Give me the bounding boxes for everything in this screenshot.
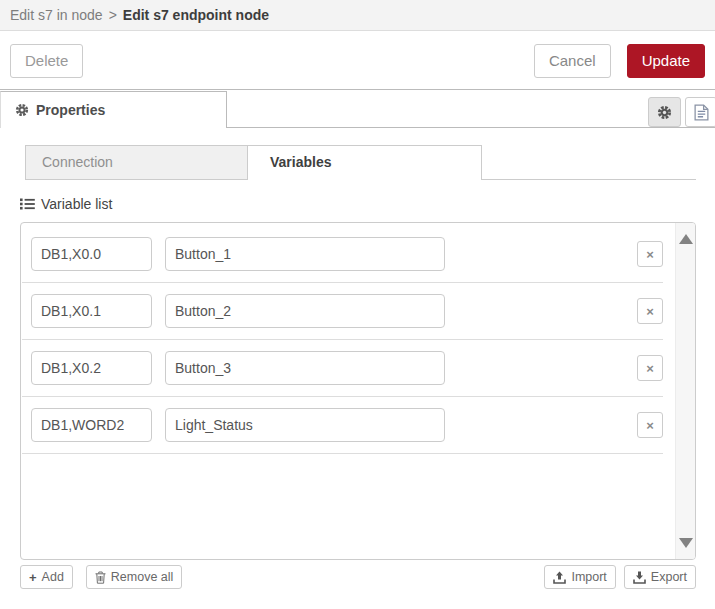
edit-node-dialog: Edit s7 in node > Edit s7 endpoint node … xyxy=(0,0,715,609)
editor-tab-row: Properties xyxy=(0,90,715,128)
export-button-label: Export xyxy=(651,570,687,584)
cancel-button[interactable]: Cancel xyxy=(534,44,611,78)
variable-address-input[interactable] xyxy=(31,351,152,385)
remove-row-button[interactable]: × xyxy=(637,298,663,324)
close-icon: × xyxy=(646,247,654,262)
variable-list-toolbar: + Add Remove all Import xyxy=(20,565,696,589)
scrollbar[interactable] xyxy=(675,223,695,559)
variable-row: × xyxy=(22,226,663,283)
scroll-down-arrow-icon[interactable] xyxy=(679,538,693,548)
breadcrumb: Edit s7 in node > Edit s7 endpoint node xyxy=(0,0,715,31)
tab-properties[interactable]: Properties xyxy=(0,91,227,128)
variable-row: × xyxy=(22,283,663,340)
remove-all-button[interactable]: Remove all xyxy=(86,565,183,589)
import-button[interactable]: Import xyxy=(544,565,615,589)
download-icon xyxy=(633,571,646,584)
remove-row-button[interactable]: × xyxy=(637,412,663,438)
variable-list-header: Variable list xyxy=(20,196,112,212)
variable-name-input[interactable] xyxy=(165,294,445,328)
close-icon: × xyxy=(646,361,654,376)
page-title: Edit s7 endpoint node xyxy=(123,7,269,23)
breadcrumb-separator: > xyxy=(109,7,117,23)
remove-row-button[interactable]: × xyxy=(637,241,663,267)
document-icon xyxy=(694,104,709,121)
tab-connection[interactable]: Connection xyxy=(25,145,248,180)
description-tab-button[interactable] xyxy=(685,97,715,127)
variable-address-input[interactable] xyxy=(31,237,152,271)
tab-properties-label: Properties xyxy=(36,102,105,118)
gear-icon xyxy=(15,103,29,117)
variable-list-container: × × × × xyxy=(20,222,696,560)
plus-icon: + xyxy=(29,570,37,585)
tab-row-divider xyxy=(227,127,715,128)
variable-name-input[interactable] xyxy=(165,408,445,442)
subtab-row-divider xyxy=(482,179,696,180)
list-icon xyxy=(20,198,35,210)
remove-row-button[interactable]: × xyxy=(637,355,663,381)
variable-rows: × × × × xyxy=(21,223,675,559)
close-icon: × xyxy=(646,304,654,319)
variable-name-input[interactable] xyxy=(165,351,445,385)
upload-icon xyxy=(553,571,566,584)
breadcrumb-parent-link[interactable]: Edit s7 in node xyxy=(10,7,103,23)
close-icon: × xyxy=(646,418,654,433)
trash-icon xyxy=(95,571,106,584)
dialog-action-bar: Delete Cancel Update xyxy=(0,32,715,90)
add-button-label: Add xyxy=(42,570,64,584)
tab-variables[interactable]: Variables xyxy=(247,145,482,180)
import-button-label: Import xyxy=(571,570,606,584)
add-button[interactable]: + Add xyxy=(20,565,73,589)
export-button[interactable]: Export xyxy=(624,565,696,589)
gear-icon xyxy=(657,105,672,120)
delete-button[interactable]: Delete xyxy=(10,44,83,78)
update-button[interactable]: Update xyxy=(627,44,705,78)
scroll-up-arrow-icon[interactable] xyxy=(679,234,693,244)
variable-address-input[interactable] xyxy=(31,294,152,328)
variable-row: × xyxy=(22,340,663,397)
variable-list-title: Variable list xyxy=(41,196,112,212)
remove-all-button-label: Remove all xyxy=(111,570,174,584)
variable-name-input[interactable] xyxy=(165,237,445,271)
properties-tab-button[interactable] xyxy=(648,97,681,127)
variable-address-input[interactable] xyxy=(31,408,152,442)
variable-row: × xyxy=(22,397,663,454)
